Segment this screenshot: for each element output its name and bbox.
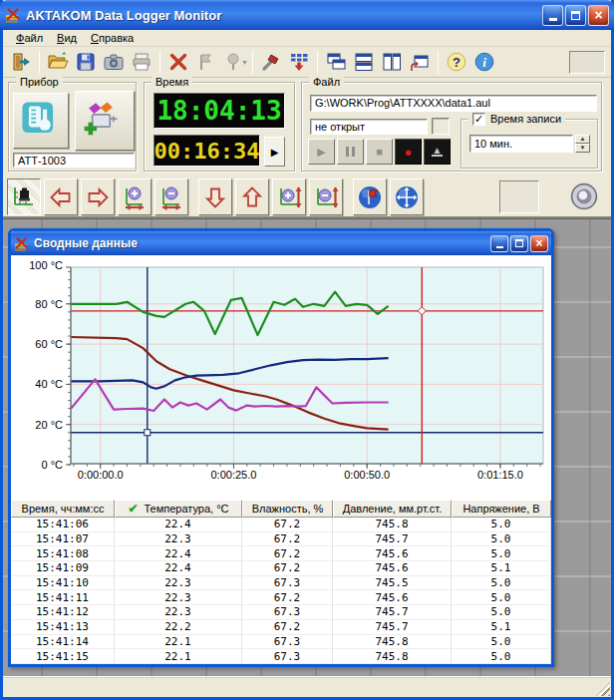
volume-knob-icon[interactable] [570, 182, 598, 212]
cell: 5.1 [452, 561, 551, 576]
thermometer-button[interactable] [13, 93, 69, 149]
minimize-button[interactable] [542, 5, 563, 26]
table-row[interactable]: 15:41:1422.167.3745.85.0 [11, 635, 551, 650]
pan-down-icon [202, 184, 228, 210]
x-tick-label: 0:00:50.0 [344, 469, 390, 481]
expand-time-button[interactable]: ▶ [264, 137, 285, 167]
exit-button[interactable] [7, 49, 35, 76]
table-row[interactable]: 15:41:1022.367.3745.55.0 [11, 576, 551, 591]
menu-item-view[interactable]: Вид [50, 31, 84, 45]
file-path-field[interactable]: G:\WORK\Prog\ATTXXXX\data1.aul [310, 95, 597, 112]
help-button[interactable]: ? [443, 49, 470, 76]
dropdown-arrow-icon: ▾ [243, 58, 247, 67]
cell: 745.6 [333, 561, 452, 576]
cursor-mode-button[interactable] [7, 178, 41, 215]
column-label: Время, чч:мм:сс [22, 503, 105, 515]
current-time-display: 18:04:13 [154, 93, 285, 129]
maximize-button[interactable] [565, 5, 586, 26]
zoom-out-y-button[interactable] [309, 178, 343, 215]
open-file-button[interactable] [44, 49, 72, 76]
cell: 5.0 [452, 576, 551, 591]
summary-title-bar[interactable]: Сводные данные × [11, 231, 551, 255]
open-file-icon [47, 51, 69, 73]
table-row[interactable]: 15:41:1122.367.2745.65.0 [11, 590, 551, 605]
pan-left-button[interactable] [44, 178, 78, 215]
record-time-checkbox[interactable]: ✓ [472, 113, 485, 126]
cell: 22.2 [115, 620, 242, 635]
play-arrow-icon: ▶ [271, 147, 279, 158]
chart-toolbar-panel [499, 180, 539, 213]
pan-right-button[interactable] [81, 178, 115, 215]
table-row[interactable]: 15:41:1322.267.2745.75.1 [11, 620, 551, 635]
cell: 67.3 [242, 605, 333, 620]
cascade-windows-button[interactable] [322, 49, 350, 76]
setup-button[interactable] [257, 49, 285, 76]
eject-button[interactable]: ▲ [424, 139, 451, 165]
file-groupbox: Файл G:\WORK\Prog\ATTXXXX\data1.aul не о… [301, 82, 602, 172]
cell: 745.6 [333, 546, 452, 561]
menu-item-file[interactable]: Файл [9, 31, 50, 45]
y-tick-label: 80 °C [35, 298, 63, 310]
record-time-legend: ✓ Время записи [468, 112, 565, 126]
y-tick-label: 60 °C [35, 338, 63, 350]
device-groupbox: Прибор АТТ-1003 [8, 82, 137, 172]
delete-button[interactable] [164, 49, 192, 76]
flag-button[interactable]: ▾ [220, 49, 248, 76]
cell: 745.7 [333, 620, 452, 635]
pause-button[interactable] [337, 139, 364, 165]
crosshair-button[interactable] [390, 178, 424, 215]
record-interval-field[interactable]: 10 мин. [469, 135, 573, 153]
snapshot-button[interactable] [100, 49, 128, 76]
table-row[interactable]: 15:41:0822.467.2745.65.0 [11, 546, 551, 561]
print-button[interactable] [128, 49, 155, 76]
maximize-button[interactable] [510, 235, 528, 252]
menu-item-help[interactable]: Справка [84, 31, 141, 45]
column-header-1[interactable]: ✔Температура, °С [115, 500, 242, 518]
markers-button[interactable] [192, 49, 220, 76]
close-button[interactable]: × [588, 5, 609, 26]
table-row[interactable]: 15:41:1222.367.3745.75.0 [11, 605, 551, 620]
status-bar [3, 676, 611, 697]
table-row[interactable]: 15:41:0722.367.2745.75.0 [11, 532, 551, 547]
stop-button[interactable]: ■ [366, 139, 393, 165]
summary-window-body: 0 °C20 °C40 °C60 °C80 °C100 °C0:00:00.00… [11, 255, 551, 664]
minimize-icon [549, 18, 557, 21]
pan-up-button[interactable] [235, 178, 269, 215]
close-button[interactable]: × [530, 235, 548, 252]
play-button[interactable]: ▶ [308, 139, 335, 165]
zoom-out-x-icon [158, 184, 184, 210]
cell: 745.7 [333, 605, 452, 620]
column-header-3[interactable]: Давление, мм.рт.ст. [333, 500, 452, 518]
title-bar[interactable]: AKTAKOM Data Logger Monitor × [0, 0, 614, 30]
pan-down-button[interactable] [198, 178, 232, 215]
connect-device-button[interactable] [75, 91, 135, 151]
table-row[interactable]: 15:41:0922.467.2745.65.1 [11, 561, 551, 576]
tile-horizontal-button[interactable] [350, 49, 378, 76]
cell: 15:41:11 [11, 590, 115, 605]
record-button[interactable]: ● [395, 139, 422, 165]
zoom-in-x-button[interactable] [118, 178, 152, 215]
table-row[interactable]: 15:41:0622.467.2745.85.0 [11, 518, 551, 532]
column-header-4[interactable]: Напряжение, В [452, 500, 551, 518]
summary-window-title: Сводные данные [34, 236, 488, 250]
resize-grip[interactable] [596, 682, 610, 696]
thermometer-icon [20, 100, 62, 142]
cell: 15:41:07 [11, 532, 115, 547]
cell: 67.2 [242, 620, 333, 635]
tile-vertical-button[interactable] [378, 49, 406, 76]
spin-down-button[interactable]: ▼ [575, 144, 590, 153]
summary-chart[interactable]: 0 °C20 °C40 °C60 °C80 °C100 °C0:00:00.00… [11, 255, 551, 500]
arrange-windows-button[interactable] [406, 49, 434, 76]
zoom-out-x-button[interactable] [154, 178, 188, 215]
column-header-0[interactable]: Время, чч:мм:сс [11, 500, 115, 518]
save-file-button[interactable] [72, 49, 100, 76]
load-table-button[interactable] [285, 49, 313, 76]
column-header-2[interactable]: Влажность, % [242, 500, 333, 518]
about-button[interactable]: i [470, 49, 498, 76]
table-row[interactable]: 15:41:1522.167.3745.85.0 [11, 649, 551, 664]
zoom-in-y-button[interactable] [272, 178, 306, 215]
flag-marker-button[interactable] [353, 178, 387, 215]
spin-up-button[interactable]: ▲ [575, 135, 590, 144]
snapshot-icon [103, 51, 125, 73]
minimize-button[interactable] [490, 235, 508, 252]
